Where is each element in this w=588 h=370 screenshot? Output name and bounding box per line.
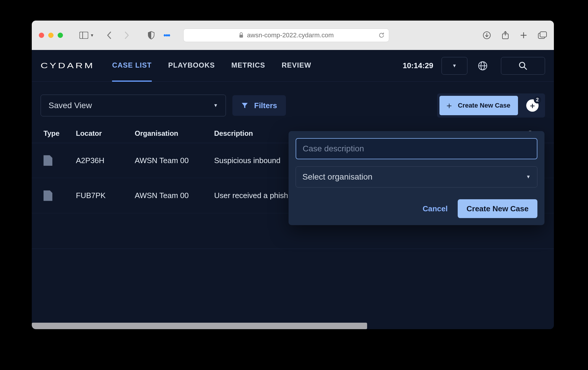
tabs-icon bbox=[538, 31, 547, 39]
share-button[interactable] bbox=[502, 31, 509, 40]
address-url: awsn-comp-2022.cydarm.com bbox=[247, 31, 334, 39]
language-button[interactable] bbox=[476, 61, 490, 71]
svg-rect-10 bbox=[540, 32, 547, 37]
more-icon[interactable]: ••• bbox=[164, 31, 170, 40]
caret-down-icon: ▼ bbox=[213, 103, 218, 108]
sidebar-icon bbox=[79, 32, 88, 39]
back-button[interactable] bbox=[105, 31, 114, 40]
horizontal-scrollbar[interactable] bbox=[32, 323, 367, 329]
col-header-organisation[interactable]: Organisation bbox=[135, 129, 214, 138]
window-controls bbox=[39, 33, 63, 38]
chevron-left-icon bbox=[106, 31, 112, 39]
theme-dropdown[interactable]: ▼ bbox=[442, 57, 467, 75]
browser-chrome: ▼ ••• awsn-comp-2022.cydarm.com bbox=[32, 21, 554, 50]
tabs-overview-button[interactable] bbox=[538, 31, 547, 39]
organisation-select[interactable]: Select organisation ▼ bbox=[296, 166, 537, 187]
tab-review[interactable]: REVIEW bbox=[282, 61, 312, 71]
quick-add-button[interactable]: ＋ 2 bbox=[526, 99, 539, 112]
browser-window: ▼ ••• awsn-comp-2022.cydarm.com bbox=[32, 21, 554, 329]
new-tab-button[interactable] bbox=[520, 31, 527, 39]
create-new-case-button[interactable]: ＋ Create New Case bbox=[439, 96, 518, 115]
document-icon bbox=[44, 155, 52, 166]
lock-icon bbox=[239, 32, 244, 38]
chevron-right-icon bbox=[124, 31, 129, 39]
minimize-window-button[interactable] bbox=[48, 33, 54, 38]
svg-line-15 bbox=[524, 67, 527, 69]
plus-icon bbox=[520, 31, 527, 39]
cancel-button[interactable]: Cancel bbox=[423, 204, 448, 213]
col-header-locator[interactable]: Locator bbox=[76, 129, 135, 138]
cell-organisation: AWSN Team 00 bbox=[135, 191, 214, 200]
submit-create-case-button[interactable]: Create New Case bbox=[458, 199, 537, 218]
document-icon bbox=[44, 190, 52, 201]
sidebar-toggle[interactable]: ▼ bbox=[79, 32, 94, 39]
saved-view-select[interactable]: Saved View ▼ bbox=[41, 95, 226, 116]
app-topbar: CYDARM CASE LIST PLAYBOOKS METRICS REVIE… bbox=[32, 50, 554, 82]
tab-metrics[interactable]: METRICS bbox=[231, 61, 265, 71]
submit-create-case-label: Create New Case bbox=[467, 204, 529, 213]
toolbar-row: Saved View ▼ Filters ＋ Create New Case ＋… bbox=[32, 82, 554, 124]
downloads-button[interactable] bbox=[483, 31, 491, 39]
filters-button[interactable]: Filters bbox=[232, 95, 286, 116]
svg-rect-2 bbox=[239, 35, 243, 38]
create-case-container: ＋ Create New Case ＋ 2 bbox=[437, 93, 545, 118]
cell-locator: FUB7PK bbox=[76, 191, 135, 200]
privacy-shield-icon[interactable] bbox=[148, 31, 155, 39]
share-icon bbox=[502, 31, 509, 40]
search-button[interactable] bbox=[501, 57, 545, 75]
zoom-window-button[interactable] bbox=[58, 33, 63, 38]
cell-organisation: AWSN Team 00 bbox=[135, 156, 214, 165]
caret-down-icon: ▼ bbox=[526, 174, 531, 180]
saved-view-label: Saved View bbox=[49, 101, 92, 110]
app-root: CYDARM CASE LIST PLAYBOOKS METRICS REVIE… bbox=[32, 50, 554, 329]
brand-logo: CYDARM bbox=[41, 61, 94, 70]
search-icon bbox=[519, 61, 527, 70]
address-bar[interactable]: awsn-comp-2022.cydarm.com bbox=[183, 29, 389, 42]
tab-case-list[interactable]: CASE LIST bbox=[112, 61, 151, 82]
clock: 10:14:29 bbox=[403, 61, 433, 70]
download-icon bbox=[483, 31, 491, 39]
funnel-icon bbox=[241, 102, 248, 109]
caret-down-icon: ▼ bbox=[452, 63, 457, 68]
plus-icon: ＋ bbox=[445, 100, 454, 112]
organisation-select-label: Select organisation bbox=[302, 172, 372, 182]
reload-button[interactable] bbox=[378, 32, 385, 38]
quick-add-badge: 2 bbox=[534, 96, 541, 103]
col-header-type[interactable]: Type bbox=[44, 129, 76, 138]
svg-rect-0 bbox=[80, 32, 88, 39]
forward-button[interactable] bbox=[122, 31, 131, 40]
create-new-case-label: Create New Case bbox=[458, 102, 510, 109]
case-description-input[interactable] bbox=[296, 138, 537, 159]
nav-tabs: CASE LIST PLAYBOOKS METRICS REVIEW bbox=[112, 61, 311, 71]
close-window-button[interactable] bbox=[39, 33, 44, 38]
chevron-down-icon: ▼ bbox=[90, 33, 94, 38]
filters-label: Filters bbox=[254, 101, 277, 110]
cell-locator: A2P36H bbox=[76, 156, 135, 165]
tab-playbooks[interactable]: PLAYBOOKS bbox=[168, 61, 215, 71]
create-case-popover: Select organisation ▼ Cancel Create New … bbox=[289, 131, 544, 225]
globe-icon bbox=[478, 61, 488, 71]
